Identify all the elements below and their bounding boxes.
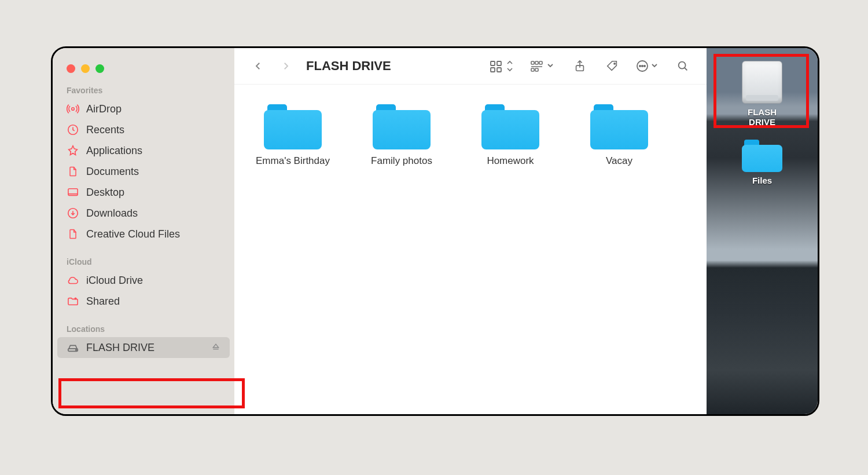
sidebar-item-creative-cloud[interactable]: Creative Cloud Files	[53, 224, 234, 244]
sidebar-item-flash-drive[interactable]: FLASH DRIVE	[57, 337, 230, 358]
sidebar-item-label: AirDrop	[86, 103, 122, 115]
desktop-item-folder[interactable]: Files	[742, 140, 782, 185]
document-icon	[67, 228, 79, 240]
folder-grid: Emma's Birthday Family photos Homework V…	[234, 85, 707, 187]
share-button[interactable]	[571, 57, 589, 75]
sidebar-item-downloads[interactable]: Downloads	[53, 203, 234, 224]
svg-point-19	[639, 65, 641, 67]
window-title: FLASH DRIVE	[306, 59, 391, 74]
svg-rect-9	[491, 68, 495, 72]
sidebar-item-label: Applications	[86, 145, 142, 157]
sidebar-item-label: iCloud Drive	[86, 275, 143, 287]
zoom-button[interactable]	[95, 64, 104, 73]
svg-rect-15	[535, 68, 538, 71]
svg-rect-14	[531, 68, 534, 71]
tags-button[interactable]	[604, 57, 621, 75]
section-head-locations: Locations	[53, 312, 234, 337]
svg-rect-11	[531, 61, 534, 64]
eject-button[interactable]	[211, 342, 220, 354]
document-icon	[67, 165, 79, 178]
sidebar-item-label: Documents	[86, 166, 139, 178]
svg-rect-8	[497, 61, 501, 65]
close-button[interactable]	[67, 64, 75, 73]
desktop-background: FLASH DRIVE Files	[707, 48, 818, 414]
svg-point-0	[72, 108, 75, 111]
svg-point-20	[642, 65, 643, 67]
svg-point-4	[75, 298, 77, 300]
window-controls	[53, 59, 234, 73]
desktop-item-label: Files	[752, 176, 772, 185]
annotation-highlight	[58, 378, 245, 408]
section-head-favorites: Favorites	[53, 73, 234, 98]
sidebar-item-applications[interactable]: Applications	[53, 140, 234, 161]
forward-button[interactable]	[277, 57, 295, 75]
sidebar-item-label: Recents	[86, 124, 124, 136]
airdrop-icon	[67, 103, 79, 115]
back-button[interactable]	[249, 57, 267, 75]
svg-point-17	[614, 63, 615, 64]
sidebar-item-label: Shared	[86, 295, 120, 308]
toolbar: FLASH DRIVE	[234, 48, 707, 85]
action-menu-button[interactable]	[636, 57, 659, 75]
folder-label: Homework	[487, 155, 534, 167]
sidebar-item-shared[interactable]: Shared	[53, 291, 234, 312]
toolbar-cluster	[489, 57, 692, 75]
content-pane: FLASH DRIVE	[234, 48, 707, 414]
applications-icon	[67, 144, 79, 157]
folder-label: Emma's Birthday	[256, 155, 330, 167]
folder-icon	[264, 104, 322, 149]
svg-point-6	[76, 349, 77, 350]
svg-point-21	[644, 65, 645, 67]
sidebar-item-icloud-drive[interactable]: iCloud Drive	[53, 270, 234, 291]
sidebar: Favorites AirDrop Recents Applications	[53, 48, 234, 414]
svg-rect-13	[539, 61, 542, 64]
folder-item[interactable]: Homework	[467, 104, 554, 167]
sidebar-item-label: Downloads	[86, 207, 138, 220]
search-button[interactable]	[674, 57, 692, 75]
cloud-icon	[67, 274, 79, 287]
external-drive-icon	[67, 341, 79, 354]
annotation-highlight	[713, 54, 809, 128]
folder-item[interactable]: Vacay	[576, 104, 663, 167]
folder-label: Family photos	[371, 155, 432, 167]
sidebar-item-label: Creative Cloud Files	[86, 228, 180, 240]
clock-icon	[67, 123, 79, 136]
view-icons-button[interactable]	[489, 57, 514, 75]
svg-rect-2	[68, 189, 78, 196]
sidebar-item-documents[interactable]: Documents	[53, 161, 234, 182]
download-icon	[67, 207, 79, 220]
folder-label: Vacay	[606, 155, 632, 167]
svg-rect-7	[491, 61, 495, 65]
section-head-icloud: iCloud	[53, 244, 234, 270]
sidebar-item-desktop[interactable]: Desktop	[53, 182, 234, 203]
folder-icon	[742, 140, 782, 172]
folder-icon	[373, 104, 431, 149]
minimize-button[interactable]	[81, 64, 90, 73]
svg-rect-12	[535, 61, 538, 64]
sidebar-item-airdrop[interactable]: AirDrop	[53, 98, 234, 119]
group-button[interactable]	[529, 57, 556, 75]
sidebar-item-recents[interactable]: Recents	[53, 119, 234, 140]
svg-rect-10	[497, 68, 501, 72]
folder-item[interactable]: Family photos	[358, 104, 445, 167]
screenshot-frame: FLASH DRIVE Files Favorites AirDrop	[51, 46, 819, 416]
sidebar-item-label: FLASH DRIVE	[86, 342, 155, 354]
folder-icon	[590, 104, 648, 149]
folder-icon	[481, 104, 539, 149]
sidebar-item-label: Desktop	[86, 187, 124, 199]
shared-folder-icon	[67, 295, 79, 308]
finder-window: Favorites AirDrop Recents Applications	[53, 48, 707, 414]
folder-item[interactable]: Emma's Birthday	[249, 104, 336, 167]
desktop-icon	[67, 186, 79, 199]
